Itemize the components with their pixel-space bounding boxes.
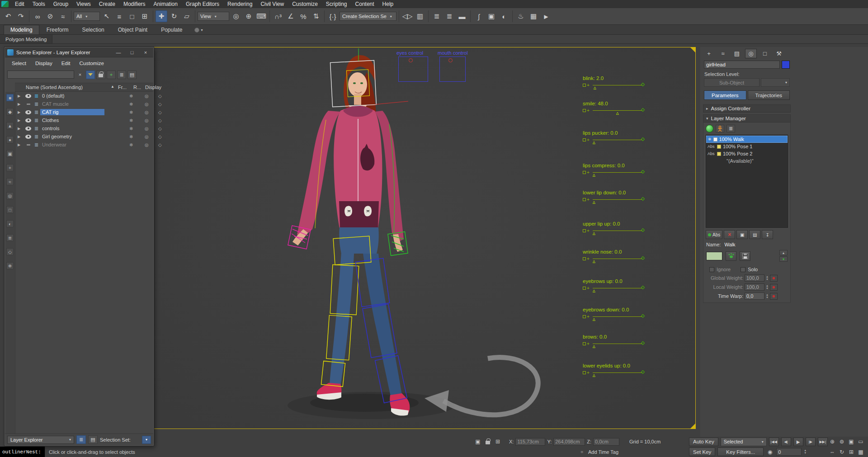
display-as-icon[interactable]: ◇ bbox=[158, 126, 162, 131]
scene-explorer-titlebar[interactable]: Scene Explorer - Layer Explorer — □ × bbox=[5, 47, 153, 57]
visibility-toggle[interactable] bbox=[24, 104, 33, 105]
menu-display[interactable]: Display bbox=[31, 59, 57, 67]
girl-character[interactable] bbox=[292, 55, 410, 416]
display-geometry-icon[interactable]: ◆ bbox=[6, 108, 14, 115]
key-filters-button[interactable]: Key Filters... bbox=[717, 448, 764, 456]
layer-row-underwear[interactable]: ▶ ≣ Underwear ❄ ◎ ◇ bbox=[15, 141, 153, 149]
z-coord-field[interactable] bbox=[593, 438, 619, 446]
display-groups-icon[interactable]: ≣ bbox=[6, 234, 14, 241]
morph-slider-widget[interactable]: +Δ bbox=[583, 228, 642, 233]
global-weight-field[interactable] bbox=[745, 274, 764, 282]
select-and-rotate-icon[interactable]: ↻ bbox=[168, 10, 180, 22]
morph-slider-widget[interactable]: +Δ bbox=[583, 314, 642, 319]
display-bones-icon[interactable]: ◎ bbox=[6, 192, 14, 199]
layer-name[interactable]: CAT rig bbox=[40, 109, 104, 115]
layer-name[interactable]: Clothes bbox=[40, 117, 104, 123]
go-to-start-icon[interactable]: |◀◀ bbox=[769, 438, 779, 446]
layer-row-walk[interactable]: ❄ 100% Walk bbox=[706, 136, 788, 143]
global-weight-key-button[interactable] bbox=[770, 275, 778, 282]
current-frame-field[interactable] bbox=[776, 448, 802, 456]
move-layer-up-icon[interactable]: ▲ bbox=[779, 250, 788, 255]
spinner-snap-icon[interactable]: ⇅ bbox=[310, 10, 322, 22]
column-render[interactable]: R... bbox=[133, 85, 141, 90]
renderable-icon[interactable]: ◎ bbox=[145, 102, 149, 107]
display-as-icon[interactable]: ◇ bbox=[158, 142, 162, 147]
menu-civil-view[interactable]: Civil View bbox=[256, 0, 288, 8]
menu-tools[interactable]: Tools bbox=[28, 0, 49, 8]
column-headers[interactable]: Name (Sorted Ascending) ▲ Fr... R... Dis… bbox=[15, 83, 153, 92]
layer-list-icon[interactable]: ≣ bbox=[726, 125, 735, 132]
collapse-layer-button[interactable]: ↧ bbox=[762, 230, 773, 239]
move-layer-down-icon[interactable]: ▼ bbox=[779, 256, 788, 262]
key-mode-toggle-icon[interactable]: ◉ bbox=[766, 448, 774, 456]
search-input[interactable] bbox=[7, 71, 74, 79]
menu-select[interactable]: Select bbox=[8, 59, 30, 67]
mouth-control-handle[interactable] bbox=[448, 58, 453, 62]
frozen-icon[interactable]: ❄ bbox=[129, 118, 133, 123]
slider-handle-icon[interactable]: Δ bbox=[593, 201, 595, 205]
frozen-icon[interactable]: ❄ bbox=[129, 126, 133, 131]
menu-scripting[interactable]: Scripting bbox=[322, 0, 351, 8]
percent-snap-icon[interactable]: % bbox=[297, 10, 309, 22]
render-production-icon[interactable]: ► bbox=[540, 10, 552, 22]
display-containers-icon[interactable]: □ bbox=[6, 206, 14, 213]
perspective-viewport[interactable]: eyes control mouth control blink: 2.0 +Δ… bbox=[154, 47, 696, 429]
maximize-viewport-icon[interactable]: ⊞ bbox=[847, 448, 855, 456]
layer-row-available[interactable]: "(Available)" bbox=[706, 157, 788, 165]
morph-slider-widget[interactable]: +Δ bbox=[583, 83, 642, 87]
renderable-icon[interactable]: ◎ bbox=[145, 94, 149, 99]
copy-layer-button[interactable]: ▣ bbox=[736, 230, 748, 239]
slider-handle-icon[interactable]: Δ bbox=[593, 374, 595, 378]
visibility-toggle[interactable] bbox=[24, 127, 33, 131]
time-warp-key-button[interactable] bbox=[770, 293, 778, 300]
local-weight-key-button[interactable] bbox=[770, 284, 778, 291]
menu-edit-explorer[interactable]: Edit bbox=[57, 59, 75, 67]
morph-slider-widget[interactable]: +Δ bbox=[583, 108, 642, 113]
add-time-tag[interactable]: Add Time Tag bbox=[588, 449, 618, 455]
frozen-icon[interactable]: ❄ bbox=[129, 102, 133, 107]
schematic-view-icon[interactable]: ▣ bbox=[486, 10, 497, 22]
utilities-panel-icon[interactable]: ⚒ bbox=[773, 49, 785, 58]
rendered-frame-window-icon[interactable]: ▦ bbox=[528, 10, 539, 22]
layer-row-pose2[interactable]: Abs 100% Pose 2 bbox=[706, 150, 788, 157]
display-as-icon[interactable]: ◇ bbox=[158, 94, 162, 99]
render-setup-icon[interactable]: ♨ bbox=[515, 10, 527, 22]
sub-object-button[interactable]: Sub-Object bbox=[704, 78, 760, 87]
next-frame-icon[interactable]: |▶ bbox=[806, 438, 816, 446]
maxscript-mini-listener[interactable]: outlinerNest: bbox=[0, 447, 45, 457]
key-mode-dropdown[interactable]: Selected▾ bbox=[721, 438, 767, 446]
renderable-icon[interactable]: ◎ bbox=[145, 134, 149, 139]
delete-layer-button[interactable]: × bbox=[724, 230, 735, 239]
filter-icon[interactable] bbox=[86, 71, 95, 79]
menu-create[interactable]: Create bbox=[95, 0, 119, 8]
frozen-icon[interactable]: ❄ bbox=[129, 134, 133, 139]
morph-slider-widget[interactable]: +Δ bbox=[583, 341, 642, 346]
rectangular-selection-region-icon[interactable]: □ bbox=[126, 10, 138, 22]
reference-coordinate-dropdown[interactable]: View▾ bbox=[198, 12, 229, 21]
isolate-selection-icon[interactable]: ▣ bbox=[474, 438, 482, 446]
toggle-ribbon-icon[interactable]: ▬ bbox=[456, 10, 468, 22]
spinner-icon[interactable]: ▲▼ bbox=[766, 285, 769, 290]
select-and-manipulate-icon[interactable]: ⊕ bbox=[243, 10, 255, 22]
select-and-move-icon[interactable]: ✚ bbox=[156, 10, 167, 22]
display-shapes-icon[interactable]: ▲ bbox=[6, 122, 14, 129]
ignore-checkbox[interactable]: Ignore bbox=[709, 267, 731, 272]
animation-layer-list[interactable]: ❄ 100% Walk Abs 100% Pose 1 Abs 100% Pos… bbox=[706, 135, 788, 228]
expand-icon[interactable]: ▶ bbox=[18, 127, 24, 131]
display-frozen-icon[interactable]: ❄ bbox=[6, 262, 14, 269]
select-and-link-icon[interactable]: ∞ bbox=[32, 10, 43, 22]
auto-key-button[interactable]: Auto Key bbox=[689, 438, 718, 446]
layer-row-clothes[interactable]: ▶ ≣ Clothes ❄ ◎ ◇ bbox=[15, 116, 153, 124]
sub-object-dropdown[interactable]: ▾ bbox=[761, 78, 790, 87]
menu-group[interactable]: Group bbox=[49, 0, 72, 8]
toggle-scene-explorer-icon[interactable]: ≣ bbox=[431, 10, 443, 22]
display-as-icon[interactable]: ◇ bbox=[158, 110, 162, 115]
renderable-icon[interactable]: ◎ bbox=[145, 142, 149, 147]
eyes-control-handle[interactable] bbox=[409, 58, 413, 62]
align-icon[interactable]: ▥ bbox=[414, 10, 426, 22]
paste-layer-button[interactable]: ▤ bbox=[749, 230, 760, 239]
display-materials-icon[interactable]: ◐ bbox=[6, 220, 14, 227]
ribbon-options[interactable]: ▾ bbox=[194, 28, 203, 33]
frozen-icon[interactable]: ❄ bbox=[129, 110, 133, 115]
select-by-name-icon[interactable]: ≡ bbox=[113, 10, 125, 22]
